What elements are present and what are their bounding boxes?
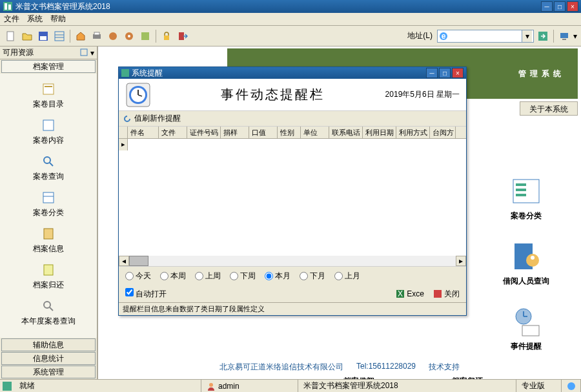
dialog-titlebar[interactable]: 系统提醒 ─ □ ×: [119, 67, 466, 79]
sidebar-item[interactable]: 档案归还: [0, 258, 97, 294]
app-icon: [121, 69, 129, 77]
svg-rect-30: [44, 229, 53, 239]
svg-rect-2: [8, 5, 11, 10]
open-icon[interactable]: [20, 29, 34, 43]
close-dialog-button[interactable]: 关闭: [433, 289, 460, 300]
horizontal-scrollbar[interactable]: ◂ ▸: [119, 256, 466, 266]
status-edition: 专业版: [516, 380, 562, 392]
radio-next-month[interactable]: 下月: [300, 271, 325, 282]
close-button[interactable]: ×: [567, 1, 578, 12]
dialog-grid[interactable]: 件名 文件 证件号码 捐样 口值 性别 单位 联系电话 利用日期 利用方式 台阅…: [119, 127, 466, 256]
radio-last-month[interactable]: 上月: [334, 271, 360, 282]
exit-icon[interactable]: [176, 29, 190, 43]
radio-today[interactable]: 今天: [125, 271, 151, 282]
scroll-thumb[interactable]: [129, 256, 148, 266]
maximize-button[interactable]: □: [554, 1, 566, 12]
go-icon[interactable]: [536, 29, 550, 43]
svg-rect-21: [562, 39, 566, 40]
home-icon[interactable]: [74, 29, 88, 43]
new-icon[interactable]: [4, 29, 18, 43]
excel-button[interactable]: X Exce: [396, 289, 424, 300]
grid-icon[interactable]: [52, 29, 66, 43]
tool3-icon[interactable]: [138, 29, 152, 43]
svg-rect-14: [141, 32, 149, 40]
status-product: 米普文书档案管理系统2018: [298, 380, 516, 392]
support-link[interactable]: 技术支持: [429, 362, 460, 373]
scroll-right-icon[interactable]: ▸: [456, 256, 466, 266]
save-icon[interactable]: [36, 29, 50, 43]
category-sysmgmt[interactable]: 系统管理: [1, 366, 96, 378]
svg-rect-22: [81, 49, 87, 56]
lock-icon[interactable]: [159, 29, 174, 43]
card-borrow-query[interactable]: 借阅人员查询: [478, 241, 575, 287]
svg-rect-25: [43, 120, 54, 130]
tool2-icon[interactable]: [122, 29, 136, 43]
scroll-left-icon[interactable]: ◂: [119, 256, 129, 266]
grid-header: 件名 文件 证件号码 捐样 口值 性别 单位 联系电话 利用日期 利用方式 台阅…: [119, 127, 466, 139]
address-combo[interactable]: e ▾: [437, 30, 534, 43]
print-icon[interactable]: [90, 29, 104, 43]
chevron-down-icon[interactable]: ▾: [90, 48, 94, 57]
footer: 北京易可正道米络追信技术有限公司 Tel:15611228029 技术支持: [219, 362, 460, 373]
sidebar-item[interactable]: 本年度案卷查询: [0, 294, 97, 331]
ie-status-icon: [562, 380, 581, 392]
window-title: 米普文书档案管理系统2018: [15, 1, 110, 12]
menu-file[interactable]: 文件: [4, 14, 19, 25]
svg-rect-20: [560, 33, 568, 38]
menu-system[interactable]: 系统: [27, 14, 43, 25]
refresh-button[interactable]: 值刷新作提醒: [134, 113, 181, 124]
radio-last-week[interactable]: 上周: [195, 271, 221, 282]
svg-rect-49: [121, 69, 129, 77]
chevron-down-icon[interactable]: ▾: [573, 32, 577, 41]
chevron-down-icon[interactable]: ▾: [522, 30, 532, 42]
sidebar-item[interactable]: 案卷目录: [0, 77, 97, 114]
sidebar-tool-icon[interactable]: [80, 48, 88, 57]
grid-row[interactable]: ▸: [119, 139, 466, 150]
statusbar: 就绪 admin 米普文书档案管理系统2018 专业版: [0, 379, 581, 392]
svg-point-41: [531, 256, 535, 260]
reminder-dialog: 系统提醒 ─ □ × 事件动态提醒栏 2019年5月6日 星期一 值刷新作提醒 …: [118, 67, 467, 316]
sidebar-item[interactable]: 案卷分类: [0, 186, 97, 222]
svg-line-33: [50, 307, 53, 311]
svg-rect-3: [7, 32, 14, 41]
dialog-heading: 事件动态提醒栏: [161, 86, 385, 103]
category-aux[interactable]: 辅助信息: [1, 338, 96, 351]
dialog-bottom: 自动打开 X Exce 关闭: [119, 285, 466, 302]
menubar: 文件 系统 帮助: [0, 13, 581, 26]
dialog-maximize-button[interactable]: □: [439, 68, 451, 78]
sidebar-item[interactable]: 案卷查询: [0, 150, 97, 186]
radio-this-week[interactable]: 本周: [160, 271, 186, 282]
category-stats[interactable]: 信息统计: [1, 352, 96, 365]
svg-point-26: [44, 157, 50, 163]
svg-rect-23: [43, 84, 54, 94]
category-archives[interactable]: 档案管理: [1, 60, 96, 73]
radio-this-month[interactable]: 本月: [265, 271, 290, 282]
dialog-close-button[interactable]: ×: [452, 68, 464, 78]
tab-about[interactable]: 关于本系统: [520, 101, 578, 116]
svg-rect-16: [179, 32, 184, 40]
computer-icon[interactable]: [557, 29, 571, 43]
menu-help[interactable]: 帮助: [50, 14, 66, 25]
tel-link[interactable]: Tel:15611228029: [356, 362, 416, 373]
stop-icon: [433, 289, 442, 298]
svg-rect-6: [55, 32, 64, 41]
card-classify[interactable]: 案卷分类: [478, 176, 575, 222]
svg-point-32: [44, 302, 50, 308]
sidebar-item[interactable]: 案卷内容: [0, 114, 97, 150]
minimize-button[interactable]: ─: [541, 1, 553, 12]
radio-next-week[interactable]: 下周: [230, 271, 256, 282]
card-event-remind[interactable]: 事件提醒: [478, 306, 575, 352]
dialog-toolbar: 值刷新作提醒: [119, 111, 466, 127]
sidebar-items: 案卷目录 案卷内容 案卷查询 案卷分类 档案信息 档案归还 本年度案卷查询 借阅…: [0, 74, 97, 338]
sidebar-item[interactable]: 档案信息: [0, 222, 97, 258]
dialog-radio-group: 今天 本周 上周 下周 本月 下月 上月: [119, 266, 466, 285]
sidebar-item[interactable]: 借阅到期档案: [0, 331, 97, 338]
address-label: 地址(L): [407, 30, 433, 41]
dialog-minimize-button[interactable]: ─: [426, 68, 438, 78]
dialog-status: 提醒栏目信息来自数据了类日期了段属性定义: [119, 302, 466, 315]
auto-open-checkbox[interactable]: 自动打开: [125, 288, 167, 300]
tool1-icon[interactable]: [106, 29, 120, 43]
refresh-icon[interactable]: [123, 114, 132, 123]
chart-icon: [3, 382, 12, 391]
sidebar: 可用资源 ▾ 档案管理 案卷目录 案卷内容 案卷查询 案卷分类 档案信息 档案归…: [0, 46, 98, 379]
